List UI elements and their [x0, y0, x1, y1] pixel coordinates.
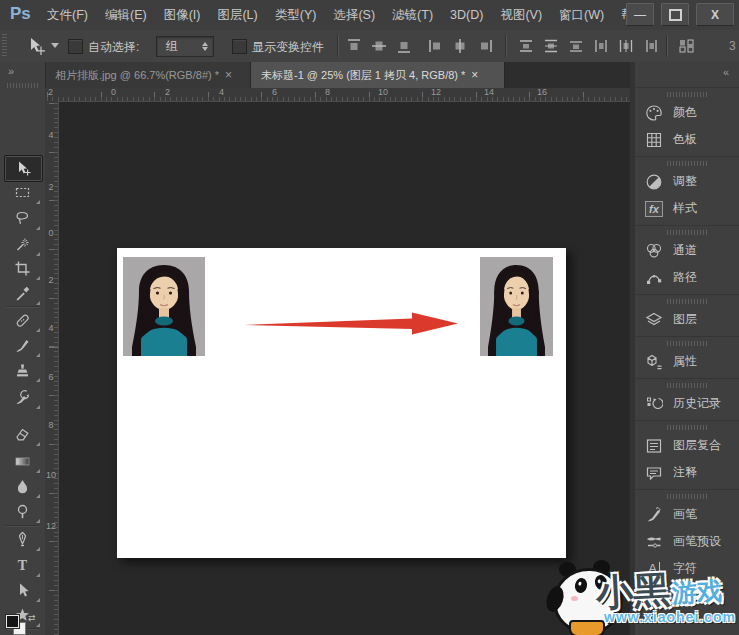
- panel-properties[interactable]: 属性: [635, 348, 739, 375]
- close-button[interactable]: X: [696, 3, 734, 26]
- menu-layer[interactable]: 图层(L): [217, 7, 257, 24]
- rectangular-marquee-tool[interactable]: [4, 180, 41, 205]
- panel-history[interactable]: 历史记录: [635, 390, 739, 417]
- gradient-tool[interactable]: [4, 449, 41, 474]
- brush-tool[interactable]: [4, 333, 41, 358]
- horizontal-ruler[interactable]: 2 0 2 4 6 8 10 12 14 16: [45, 88, 630, 102]
- align-horizontal-centers-icon[interactable]: [452, 38, 470, 54]
- tab-photo-layout[interactable]: 相片排版.jpg @ 66.7%(RGB/8#) * ×: [45, 62, 251, 88]
- magic-wand-tool[interactable]: [4, 232, 41, 257]
- panel-group-grip[interactable]: [667, 299, 707, 304]
- panel-group-grip[interactable]: [667, 341, 707, 346]
- panel-color[interactable]: 颜色: [635, 99, 739, 126]
- history-icon: [644, 395, 664, 413]
- lasso-tool[interactable]: [4, 206, 41, 231]
- type-tool[interactable]: T: [4, 553, 41, 578]
- panel-label: 色板: [673, 131, 697, 148]
- id-photo-left[interactable]: [123, 257, 205, 356]
- panel-channels[interactable]: 通道: [635, 237, 739, 264]
- pen-tool[interactable]: [4, 527, 41, 552]
- panel-group-grip[interactable]: [667, 383, 707, 388]
- distribute-right-edges-icon[interactable]: [643, 38, 661, 54]
- panel-layers[interactable]: 图层: [635, 306, 739, 333]
- id-photo-right[interactable]: [480, 257, 553, 356]
- options-bar-grip[interactable]: [2, 34, 7, 58]
- photoshop-logo: Ps: [10, 4, 31, 24]
- vertical-ruler[interactable]: 4 2 0 2 4 6 8 10 12: [45, 101, 59, 635]
- spot-healing-brush-tool[interactable]: [4, 308, 41, 333]
- panel-styles[interactable]: fx 样式: [635, 195, 739, 222]
- menu-image[interactable]: 图像(I): [164, 7, 201, 24]
- maximize-button[interactable]: [661, 3, 689, 26]
- menu-window[interactable]: 窗口(W): [559, 7, 604, 24]
- window-controls: — X: [626, 3, 734, 26]
- menu-3d[interactable]: 3D(D): [450, 8, 483, 22]
- distribute-left-edges-icon[interactable]: [593, 38, 611, 54]
- distribute-top-edges-icon[interactable]: [518, 38, 536, 54]
- auto-select-dropdown[interactable]: 组: [156, 36, 214, 57]
- tab-untitled-1[interactable]: 未标题-1 @ 25% (图层 1 拷贝 4, RGB/8) * ×: [251, 62, 505, 88]
- menu-edit[interactable]: 编辑(E): [105, 7, 147, 24]
- red-arrow[interactable]: [244, 306, 464, 340]
- clone-stamp-tool[interactable]: [4, 358, 41, 383]
- eyedropper-tool[interactable]: [4, 281, 41, 306]
- minimize-button[interactable]: —: [626, 3, 654, 26]
- move-tool[interactable]: [4, 155, 43, 182]
- color-swatches-widget[interactable]: ⇄: [6, 613, 40, 635]
- auto-align-layers-icon[interactable]: [678, 38, 696, 54]
- watermark-panda-logo: [545, 560, 629, 635]
- panel-group-grip[interactable]: [667, 161, 707, 166]
- dodge-tool[interactable]: [4, 499, 41, 524]
- ruler-number: 6: [46, 373, 56, 382]
- menu-view[interactable]: 视图(V): [500, 7, 542, 24]
- foreground-color-swatch[interactable]: [6, 615, 19, 628]
- distribute-bottom-edges-icon[interactable]: [568, 38, 586, 54]
- panel-paragraph[interactable]: ¶ 段落: [635, 582, 739, 609]
- fx-glyph: fx: [645, 201, 663, 217]
- align-top-edges-icon[interactable]: [346, 38, 364, 54]
- distribute-horizontal-centers-icon[interactable]: [618, 38, 636, 54]
- history-brush-tool[interactable]: [4, 385, 41, 410]
- distribute-vertical-centers-icon[interactable]: [543, 38, 561, 54]
- adjustments-icon: [644, 173, 664, 191]
- auto-select-label: 自动选择:: [88, 39, 139, 56]
- tools-panel-grip[interactable]: [7, 83, 38, 88]
- tool-preset-caret-icon[interactable]: [51, 43, 59, 48]
- align-right-edges-icon[interactable]: [477, 38, 495, 54]
- blur-tool[interactable]: [4, 474, 41, 499]
- panel-group-grip[interactable]: [667, 92, 707, 97]
- ruler-number: 10: [46, 471, 56, 480]
- panel-character[interactable]: A 字符: [635, 555, 739, 582]
- menu-select[interactable]: 选择(S): [333, 7, 375, 24]
- auto-select-checkbox[interactable]: [68, 39, 83, 54]
- crop-tool[interactable]: [4, 256, 41, 281]
- workspace-switcher[interactable]: 3: [729, 39, 736, 53]
- path-selection-tool[interactable]: [4, 578, 41, 603]
- panel-group-grip[interactable]: [667, 494, 707, 499]
- align-bottom-edges-icon[interactable]: [396, 38, 414, 54]
- collapse-panels-icon[interactable]: «: [723, 66, 728, 78]
- swap-colors-icon[interactable]: ⇄: [28, 613, 36, 623]
- panel-adjustments[interactable]: 调整: [635, 168, 739, 195]
- panel-notes[interactable]: 注释: [635, 459, 739, 486]
- styles-icon: fx: [644, 200, 664, 218]
- panel-group-grip[interactable]: [667, 425, 707, 430]
- panel-brush[interactable]: 画笔: [635, 501, 739, 528]
- tab-close-icon[interactable]: ×: [471, 68, 486, 82]
- eraser-tool[interactable]: [4, 422, 41, 447]
- collapse-tools-icon[interactable]: »: [8, 65, 13, 77]
- paragraph-glyph: ¶: [650, 588, 658, 604]
- menu-filter[interactable]: 滤镜(T): [392, 7, 433, 24]
- align-left-edges-icon[interactable]: [428, 38, 446, 54]
- panel-paths[interactable]: 路径: [635, 264, 739, 291]
- panel-swatches[interactable]: 色板: [635, 126, 739, 153]
- menu-file[interactable]: 文件(F): [47, 7, 88, 24]
- align-vertical-centers-icon[interactable]: [371, 38, 389, 54]
- menu-type[interactable]: 类型(Y): [275, 7, 317, 24]
- panel-layer-comps[interactable]: 图层复合: [635, 432, 739, 459]
- panel-group-grip[interactable]: [667, 230, 707, 235]
- show-transform-checkbox[interactable]: [232, 39, 247, 54]
- panel-label: 注释: [673, 464, 697, 481]
- panel-brush-presets[interactable]: 画笔预设: [635, 528, 739, 555]
- tab-close-icon[interactable]: ×: [225, 68, 240, 82]
